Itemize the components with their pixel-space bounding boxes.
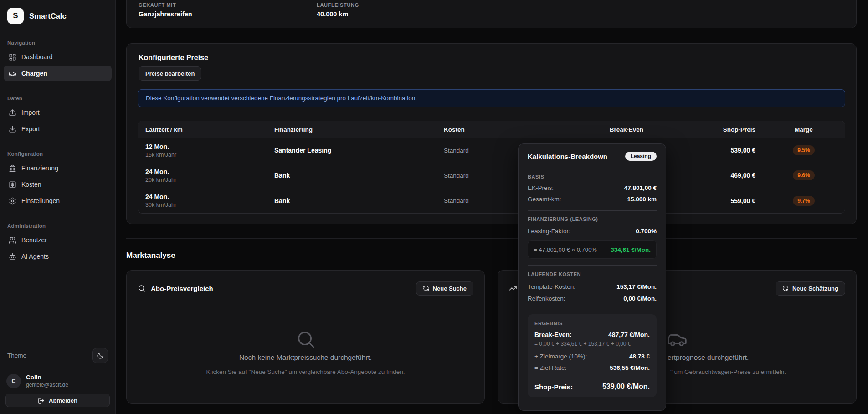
avatar: C <box>6 374 21 388</box>
popup-divider <box>528 265 657 266</box>
configured-prices-card: Konfigurierte Preise Preise bearbeiten D… <box>126 43 857 224</box>
table-row[interactable]: 12 Mon. 15k km/Jahr Santander Leasing St… <box>138 138 845 163</box>
cell-marge: 9.5% <box>763 145 845 155</box>
cell-laufzeit: 24 Mon. 20k km/Jahr <box>138 168 267 183</box>
popup-title: Kalkulations-Breakdown <box>528 153 607 160</box>
leasing-formula-box: = 47.801,00 € × 0.700% 334,61 €/Mon. <box>528 240 657 259</box>
popup-divider <box>528 309 657 309</box>
financing-section-label: FINANZIERUNG (LEASING) <box>528 216 657 222</box>
abo-card-title-group: Abo-Preisvergleich <box>138 284 213 292</box>
car-empty-icon <box>667 329 688 350</box>
theme-row: Theme <box>5 348 110 363</box>
nav-section-daten: Daten <box>7 96 108 101</box>
sidebar: S SmartCalc Navigation Dashboard Chargen… <box>0 0 116 414</box>
abo-card-header: Abo-Preisvergleich Neue Suche <box>138 281 473 296</box>
user-row: C Colin gentele@ascit.de <box>5 374 110 388</box>
search-empty-icon <box>295 329 316 350</box>
cell-shop-preis: 469,00 € <box>651 172 763 179</box>
sidebar-item-chargen[interactable]: Chargen <box>4 66 112 81</box>
configured-prices-title: Konfigurierte Preise <box>139 54 208 62</box>
margin-badge: 9.6% <box>793 170 814 180</box>
sidebar-item-label: Dashboard <box>21 53 53 61</box>
residual-card-title-group <box>509 284 517 292</box>
sidebar-item-finanzierung[interactable]: Finanzierung <box>4 160 112 176</box>
sidebar-item-einstellungen[interactable]: Einstellungen <box>4 193 112 209</box>
stat-label: GEKAUFT MIT <box>139 2 192 8</box>
shop-preis-row: Shop-Preis: 539,00 €/Mon. <box>534 383 650 391</box>
prices-table: Laufzeit / km Finanzierung Kosten Break-… <box>138 121 845 214</box>
sidebar-item-label: Import <box>21 109 40 116</box>
sidebar-item-kosten[interactable]: Kosten <box>4 177 112 192</box>
cell-shop-preis: 539,00 € <box>651 147 763 154</box>
user-email: gentele@ascit.de <box>26 382 68 388</box>
theme-label: Theme <box>7 352 26 359</box>
sidebar-item-ai-agents[interactable]: AI Agents <box>4 249 112 264</box>
refresh-icon <box>782 285 789 291</box>
break-even-row: Break-Even: 487,77 €/Mon. <box>534 331 650 338</box>
running-costs-section-label: LAUFENDE KOSTEN <box>528 271 657 277</box>
app-logo-row: S SmartCalc <box>0 0 115 26</box>
nav-section-konfiguration: Konfiguration <box>7 151 108 157</box>
gesamt-km-row: Gesamt-km: 15.000 km <box>528 196 657 203</box>
sidebar-item-label: Benutzer <box>21 236 47 244</box>
result-divider <box>534 377 650 377</box>
logout-icon <box>38 397 45 404</box>
col-kosten: Kosten <box>437 126 564 133</box>
download-icon <box>9 125 16 133</box>
cell-finanzierung: Santander Leasing <box>267 147 437 154</box>
sidebar-item-dashboard[interactable]: Dashboard <box>4 49 112 65</box>
result-section-label: ERGEBNIS <box>534 321 650 326</box>
new-estimate-button[interactable]: Neue Schätzung <box>776 281 845 296</box>
residual-empty-title-fragment: ertprognose durchgeführt. <box>668 353 749 362</box>
template-kosten-row: Template-Kosten: 153,17 €/Mon. <box>528 283 657 290</box>
info-banner-text: Diese Konfiguration verwendet verschiede… <box>146 95 417 102</box>
stat-value: Ganzjahresreifen <box>139 10 192 18</box>
table-row[interactable]: 24 Mon. 30k km/Jahr Bank Standard 559,00… <box>138 188 845 213</box>
sidebar-item-label: Kosten <box>21 181 41 188</box>
users-icon <box>9 236 16 244</box>
cell-finanzierung: Bank <box>267 197 437 204</box>
ziel-rate-row: = Ziel-Rate: 536,55 €/Mon. <box>534 364 650 371</box>
popup-header: Kalkulations-Breakdown Leasing <box>528 152 657 161</box>
margin-badge: 9.5% <box>793 145 814 155</box>
sidebar-item-export[interactable]: Export <box>4 121 112 137</box>
cell-shop-preis: 559,00 € <box>651 197 763 204</box>
edit-prices-button[interactable]: Preise bearbeiten <box>139 66 201 81</box>
app-title: SmartCalc <box>29 12 67 20</box>
bank-icon <box>9 164 16 172</box>
cell-laufzeit: 24 Mon. 30k km/Jahr <box>138 193 267 208</box>
col-finanzierung: Finanzierung <box>267 126 437 133</box>
sidebar-item-label: Export <box>21 125 40 133</box>
prices-table-header: Laufzeit / km Finanzierung Kosten Break-… <box>138 121 845 138</box>
new-search-button[interactable]: Neue Suche <box>416 281 473 296</box>
market-analysis-title: Marktanalyse <box>126 251 175 260</box>
abo-price-comparison-card: Abo-Preisvergleich Neue Suche Noch keine… <box>126 270 485 404</box>
upload-icon <box>9 109 16 117</box>
sidebar-bottom: Theme C Colin gentele@ascit.de Abmelden <box>5 348 110 407</box>
theme-toggle-button[interactable] <box>92 348 108 363</box>
financing-info-banner: Diese Konfiguration verwendet verschiede… <box>138 89 845 107</box>
moon-icon <box>97 352 104 359</box>
dashboard-grid-icon <box>9 53 16 61</box>
new-estimate-label: Neue Schätzung <box>792 285 838 292</box>
leasing-badge: Leasing <box>625 152 657 161</box>
sidebar-item-import[interactable]: Import <box>4 105 112 120</box>
table-row[interactable]: 24 Mon. 20k km/Jahr Bank Standard 469,00… <box>138 163 845 188</box>
section-divider <box>126 238 857 239</box>
nav-section-navigation: Navigation <box>7 40 108 46</box>
sidebar-item-label: Einstellungen <box>21 197 60 204</box>
cell-laufzeit: 12 Mon. 15k km/Jahr <box>138 143 267 158</box>
bot-icon <box>9 253 16 261</box>
basis-section-label: BASIS <box>528 174 657 179</box>
vehicle-stats-card: GEKAUFT MIT Ganzjahresreifen LAUFLEISTUN… <box>126 0 857 28</box>
col-laufzeit-km: Laufzeit / km <box>138 126 267 133</box>
avatar-initial: C <box>11 378 15 384</box>
logout-button[interactable]: Abmelden <box>5 394 110 407</box>
margin-badge: 9.7% <box>793 196 814 206</box>
sidebar-item-label: Finanzierung <box>21 164 58 172</box>
col-break-even: Break-Even <box>564 126 651 133</box>
residual-empty-subtitle-fragment: " um Gebrauchtwagen-Preise zu ermitteln. <box>670 368 786 375</box>
sidebar-item-benutzer[interactable]: Benutzer <box>4 232 112 248</box>
trending-up-icon <box>509 284 517 292</box>
user-name: Colin <box>26 374 68 382</box>
